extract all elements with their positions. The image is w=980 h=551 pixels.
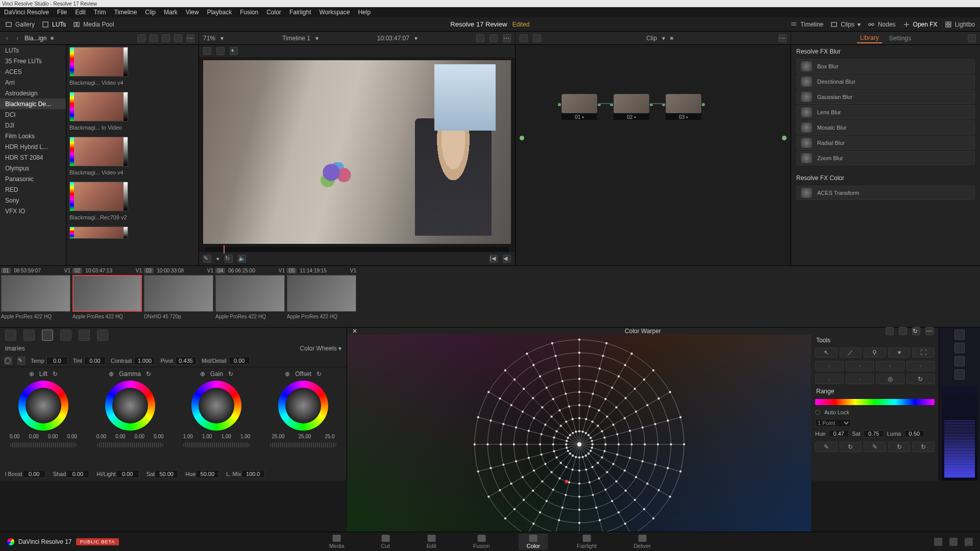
viewer-wand-icon[interactable]: ✦ (230, 47, 238, 55)
viewer-scrub-bar[interactable] (205, 247, 509, 252)
wheel-val[interactable]: 1.00 (240, 434, 250, 439)
mediapool-button[interactable]: Media Pool (73, 21, 114, 28)
reset-icon[interactable]: ↻ (316, 370, 322, 378)
warper-more-icon[interactable]: ⋯ (925, 327, 934, 335)
scope-btn-2[interactable] (954, 343, 965, 353)
luts-button[interactable]: LUTs (42, 21, 66, 28)
tool-b3[interactable]: ◎ (876, 374, 904, 384)
tint-input[interactable] (84, 357, 106, 365)
tool-b4[interactable]: ↻ (906, 374, 935, 384)
target-icon[interactable]: ⊕ (109, 370, 114, 378)
timeline-button[interactable]: Timeline (790, 21, 823, 28)
lut-folder[interactable]: VFX IO (0, 206, 66, 216)
reset-icon[interactable]: ↻ (146, 370, 151, 378)
wheel-val[interactable]: 0.00 (10, 434, 19, 439)
t-hue[interactable] (828, 430, 849, 437)
viewer-zoom[interactable]: 71% (203, 35, 215, 42)
menu-davinci-resolve[interactable]: DaVinci Resolve (4, 9, 49, 16)
wheel-ring[interactable] (105, 381, 155, 431)
wheel-val[interactable]: 25.00 (272, 434, 285, 439)
menu-timeline[interactable]: Timeline (114, 9, 137, 16)
tool-a4[interactable]: · (906, 361, 935, 371)
node-more-button[interactable]: ⋯ (778, 34, 787, 42)
lut-folder[interactable]: Sony (0, 195, 66, 206)
fx-item[interactable]: Box Blur (796, 59, 975, 73)
nodes-button[interactable]: Nodes (868, 21, 896, 28)
fx-item[interactable]: Radial Blur (796, 136, 975, 150)
wheel-ring[interactable] (191, 381, 241, 431)
wheel-inner[interactable] (112, 388, 148, 423)
hilite-input[interactable] (116, 470, 139, 478)
wheel-val[interactable]: 25.00 (298, 434, 311, 439)
lut-folder[interactable]: DJI (0, 120, 66, 131)
lut-breadcrumb[interactable]: Bla...ign (24, 35, 46, 42)
lut-folder[interactable]: DCI (0, 109, 66, 120)
menu-help[interactable]: Help (358, 9, 371, 16)
hand-tool[interactable] (533, 34, 541, 42)
page-cut[interactable]: Cut (373, 534, 398, 550)
t-reset-2[interactable]: ↻ (888, 442, 911, 452)
clips-button[interactable]: Clips ▾ (830, 21, 861, 28)
warper-scope-icon[interactable] (886, 327, 894, 335)
viewer-mode-2[interactable] (216, 47, 225, 55)
mode-btn-5[interactable] (79, 330, 90, 341)
menu-file[interactable]: File (57, 9, 67, 16)
sort-button[interactable] (137, 34, 145, 42)
scope-btn-1[interactable] (954, 330, 965, 340)
y-slider[interactable] (97, 442, 163, 447)
t-luma[interactable] (904, 430, 924, 437)
lut-folder[interactable]: Olympus (0, 163, 66, 173)
t-eyedrop-2[interactable]: ✎ (864, 442, 886, 452)
lut-folder[interactable]: Panasonic (0, 173, 66, 184)
wheel-inner[interactable] (285, 388, 321, 423)
clip-thumb[interactable]: 0511:14:19:15V1Apple ProRes 422 HQ (286, 266, 357, 327)
gallery-button[interactable]: Gallery (5, 21, 35, 28)
wheel-val[interactable]: 1.00 (202, 434, 212, 439)
openfx-button[interactable]: Open FX (903, 21, 938, 28)
nav-fwd-button[interactable]: › (14, 35, 20, 42)
reset-icon[interactable]: ↻ (53, 370, 58, 378)
fx-item[interactable]: Gaussian Blur (796, 90, 975, 104)
fx-item[interactable]: Mosaic Blur (796, 120, 975, 135)
wheel-val[interactable]: 1.00 (183, 434, 192, 439)
fx-item[interactable]: ACES Transform (796, 186, 975, 200)
viewer-timecode[interactable]: 10:03:47:07 (377, 35, 409, 42)
target-icon[interactable]: ⊕ (285, 370, 290, 378)
mode-btn-4[interactable] (60, 330, 71, 341)
menu-trim[interactable]: Trim (94, 9, 106, 16)
node-01[interactable]: 01 ▪ (561, 94, 597, 120)
wheel-val[interactable]: 0.00 (29, 434, 38, 439)
colboost-input[interactable] (22, 470, 46, 478)
page-fusion[interactable]: Fusion (465, 534, 498, 550)
menu-fairlight[interactable]: Fairlight (289, 9, 311, 16)
clip-thumb[interactable]: 0210:03:47:13V1Apple ProRes 422 HQ (71, 266, 143, 327)
lut-folder[interactable]: HDR Hybrid L... (0, 141, 66, 152)
search-button[interactable] (174, 34, 182, 42)
y-slider[interactable] (10, 442, 77, 447)
lut-thumbnail[interactable]: Blackmagi... to Video (69, 92, 195, 131)
lut-thumbnail[interactable]: Blackmagi... Video v4 (69, 47, 195, 86)
wheel-val[interactable]: 1.00 (221, 434, 231, 439)
auto-lock-toggle[interactable]: Auto Lock (815, 409, 935, 415)
viewer-more-button[interactable]: ⋯ (503, 34, 511, 42)
picker-icon2[interactable]: ✎ (17, 357, 26, 365)
scope-display[interactable] (942, 386, 977, 481)
pointer-tool[interactable] (520, 34, 528, 42)
wheel-val[interactable]: 0.00 (135, 434, 144, 439)
prev-clip-button[interactable]: |◀ (489, 255, 498, 263)
points-select[interactable]: 1 Point (815, 419, 851, 427)
lut-folder[interactable]: Film Looks (0, 131, 66, 141)
lightbox-button[interactable]: Lightbo (945, 21, 975, 28)
node-02[interactable]: 02 ▪ (614, 94, 649, 120)
lut-thumbnail[interactable]: Blackmagi... Video v4 (69, 137, 195, 176)
view-grid-button[interactable] (150, 34, 158, 42)
tool-contract[interactable]: ✶ (888, 347, 911, 358)
play-reverse-button[interactable]: ◀ (503, 255, 511, 263)
node-graph[interactable]: 01 ▪02 ▪03 ▪ (516, 45, 791, 265)
warper-mesh[interactable] (470, 335, 689, 551)
project-settings-button[interactable] (949, 538, 958, 546)
lut-thumbnail[interactable] (69, 227, 195, 240)
clip-thumb[interactable]: 0310:00:33:08V1DNxHD 45 720p (143, 266, 214, 327)
lut-folder[interactable]: Astrodesign (0, 88, 66, 98)
lut-folder[interactable]: ACES (0, 66, 66, 77)
